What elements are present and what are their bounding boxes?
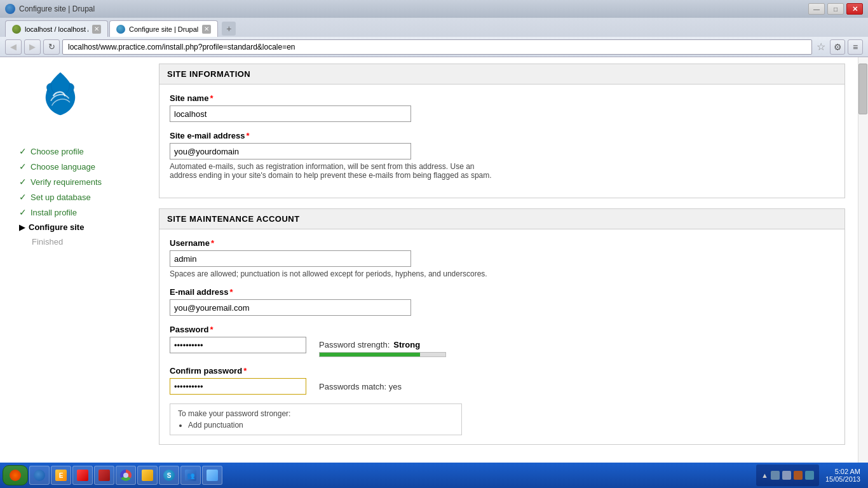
- strength-bar: [320, 353, 420, 356]
- checkmark-icon: ✓: [19, 146, 27, 156]
- password-tips-list: Add punctuation: [188, 421, 454, 430]
- title-bar: Configure site | Drupal — □ ✕: [0, 0, 868, 18]
- scrollbar[interactable]: [858, 57, 868, 463]
- required-star: *: [243, 366, 247, 376]
- confirm-password-label: Confirm password*: [170, 366, 306, 376]
- password-strength-col: Password strength: Strong: [319, 327, 446, 357]
- required-star: *: [210, 93, 213, 103]
- site-maintenance-header: SITE MAINTENANCE ACCOUNT: [159, 209, 844, 229]
- strength-value: Strong: [393, 340, 420, 349]
- nav-step-choose-language: ✓ Choose language: [19, 161, 102, 172]
- site-email-hint: Automated e-mails, such as registration …: [170, 162, 494, 180]
- required-star: *: [211, 238, 214, 248]
- set-up-database-link[interactable]: Set up database: [31, 193, 91, 202]
- tab1-favicon: [12, 25, 21, 34]
- browser-icon: [5, 4, 15, 14]
- main-content: SITE INFORMATION Site name* Site e-mail …: [153, 57, 858, 463]
- nav-bar: ◀ ▶ ↻ ☆ ⚙ ≡: [0, 37, 868, 57]
- user-email-label: E-mail address*: [170, 287, 834, 297]
- tab1-title: localhost / localhost / db:: [25, 25, 88, 33]
- tab-bar: localhost / localhost / db: ✕ Configure …: [0, 18, 868, 37]
- password-tips-title: To make your password stronger:: [178, 409, 290, 418]
- checkmark-icon: ✓: [19, 161, 27, 172]
- password-input[interactable]: [170, 337, 306, 353]
- required-star: *: [210, 325, 213, 334]
- menu-button[interactable]: ≡: [848, 39, 863, 55]
- site-email-group: Site e-mail address* Automated e-mails, …: [170, 131, 834, 180]
- username-hint: Spaces are allowed; punctuation is not a…: [170, 269, 494, 278]
- password-label: Password*: [170, 325, 306, 334]
- site-name-input[interactable]: [170, 105, 411, 122]
- tab2-favicon: [116, 25, 125, 34]
- spacer: [19, 237, 28, 247]
- nav-step-install-profile: ✓ Install profile: [19, 207, 102, 217]
- required-star: *: [230, 287, 233, 297]
- new-tab-button[interactable]: +: [222, 22, 236, 36]
- confirm-password-group: Confirm password* Passwords match: yes: [170, 366, 834, 395]
- back-button[interactable]: ◀: [5, 39, 22, 55]
- checkmark-icon: ✓: [19, 192, 27, 202]
- sidebar: ✓ Choose profile ✓ Choose language ✓ Ver…: [0, 57, 153, 463]
- site-maintenance-body: Username* Spaces are allowed; punctuatio…: [159, 229, 844, 444]
- site-name-group: Site name*: [170, 93, 834, 122]
- site-information-body: Site name* Site e-mail address* Automate…: [159, 85, 844, 198]
- password-group: Password* Password strength: Strong: [170, 325, 834, 357]
- drupal-logo: [32, 70, 89, 127]
- title-bar-text: Configure site | Drupal: [19, 4, 804, 13]
- minimize-button[interactable]: —: [808, 3, 825, 15]
- strength-row: Password strength: Strong: [319, 340, 446, 349]
- passwords-match-text: Passwords match: yes: [319, 382, 402, 391]
- choose-language-link[interactable]: Choose language: [31, 162, 95, 172]
- checkmark-icon: ✓: [19, 207, 27, 217]
- install-profile-link[interactable]: Install profile: [31, 208, 77, 217]
- strength-label: Password strength:: [319, 340, 390, 349]
- tab1-close[interactable]: ✕: [92, 25, 101, 34]
- strength-bar-container: [319, 352, 446, 357]
- window-controls: — □ ✕: [808, 3, 863, 15]
- tab2-close[interactable]: ✕: [202, 25, 211, 34]
- required-star: *: [247, 131, 250, 140]
- bookmark-star-icon[interactable]: ☆: [815, 41, 827, 53]
- username-group: Username* Spaces are allowed; punctuatio…: [170, 238, 834, 278]
- browser-chrome: Configure site | Drupal — □ ✕ localhost …: [0, 0, 868, 57]
- extensions-button[interactable]: ⚙: [830, 39, 845, 55]
- confirm-password-left: Confirm password*: [170, 366, 306, 395]
- checkmark-icon: ✓: [19, 177, 27, 187]
- username-label: Username*: [170, 238, 834, 248]
- password-left-col: Password*: [170, 325, 306, 353]
- site-email-label: Site e-mail address*: [170, 131, 834, 140]
- scroll-thumb[interactable]: [858, 64, 867, 114]
- site-maintenance-section: SITE MAINTENANCE ACCOUNT Username* Space…: [159, 208, 845, 445]
- main-area: ✓ Choose profile ✓ Choose language ✓ Ver…: [0, 57, 868, 463]
- forward-button[interactable]: ▶: [24, 39, 41, 55]
- tab2-title: Configure site | Drupal: [129, 25, 198, 33]
- nav-step-configure-site: ▶ Configure site: [19, 222, 102, 232]
- user-email-group: E-mail address*: [170, 287, 834, 316]
- verify-requirements-link[interactable]: Verify requirements: [31, 177, 102, 187]
- confirm-password-input[interactable]: [170, 378, 306, 395]
- arrow-icon: ▶: [19, 223, 25, 232]
- maximize-button[interactable]: □: [827, 3, 844, 15]
- choose-profile-link[interactable]: Choose profile: [31, 147, 84, 156]
- site-information-header: SITE INFORMATION: [159, 64, 844, 85]
- finished-label: Finished: [32, 237, 63, 247]
- password-tips-box: To make your password stronger: Add punc…: [170, 403, 462, 435]
- username-input[interactable]: [170, 250, 411, 267]
- site-name-label: Site name*: [170, 93, 834, 103]
- site-information-section: SITE INFORMATION Site name* Site e-mail …: [159, 64, 845, 198]
- tab-localhost[interactable]: localhost / localhost / db: ✕: [5, 20, 108, 37]
- user-email-input[interactable]: [170, 299, 411, 316]
- close-button[interactable]: ✕: [846, 3, 863, 15]
- nav-step-verify-requirements: ✓ Verify requirements: [19, 177, 102, 187]
- nav-step-finished: Finished: [19, 237, 102, 247]
- site-email-input[interactable]: [170, 143, 411, 159]
- nav-steps-list: ✓ Choose profile ✓ Choose language ✓ Ver…: [19, 146, 102, 247]
- address-bar[interactable]: [62, 39, 812, 55]
- tab-drupal[interactable]: Configure site | Drupal ✕: [109, 20, 218, 37]
- nav-step-set-up-database: ✓ Set up database: [19, 192, 102, 202]
- refresh-button[interactable]: ↻: [43, 39, 60, 55]
- password-tip-item: Add punctuation: [188, 421, 454, 430]
- nav-step-choose-profile: ✓ Choose profile: [19, 146, 102, 156]
- configure-site-label: Configure site: [29, 222, 84, 232]
